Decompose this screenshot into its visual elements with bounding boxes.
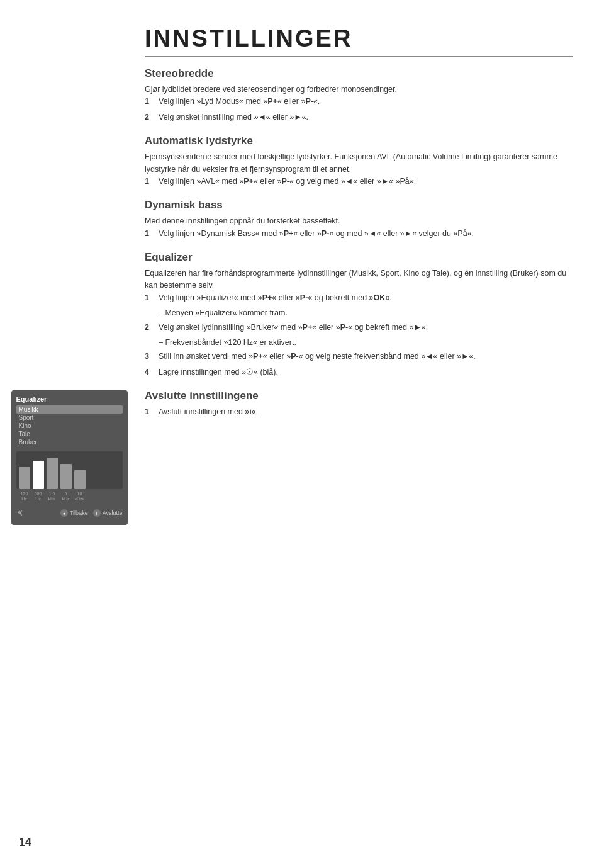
eq-menu-item-sport[interactable]: Sport xyxy=(16,414,123,422)
main-content: INNSTILLINGER Stereobredde Gjør lydbilde… xyxy=(138,0,604,868)
dynamisk-bass-intro: Med denne innstillingen oppnår du forste… xyxy=(145,215,573,227)
back-icon: ● xyxy=(60,509,68,517)
section-dynamisk-bass: Dynamisk bass Med denne innstillingen op… xyxy=(145,199,573,240)
eq-bar-2 xyxy=(33,461,44,489)
equalizer-widget: Equalizer Musikk Sport Kino Tale Bruker xyxy=(11,390,128,525)
equalizer-step-3: 3 Still inn ønsket verdi med »P+« eller … xyxy=(145,351,573,363)
left-sidebar: Equalizer Musikk Sport Kino Tale Bruker xyxy=(0,0,138,868)
section-automatisk-lydstyrke: Automatisk lydstyrke Fjernsynssenderne s… xyxy=(145,135,573,188)
equalizer-bars-area: 120Hz 500Hz 1.5kHz 5kHz 10kHz» xyxy=(16,451,123,501)
eq-nav-left-icon xyxy=(16,509,28,517)
automatisk-lydstyrke-heading: Automatisk lydstyrke xyxy=(145,135,573,147)
step-num: 2 xyxy=(145,111,154,123)
eq-bar-col-4 xyxy=(60,464,72,489)
step-num: 2 xyxy=(145,322,154,334)
equalizer-step-1-sub: – Menyen »Equalizer« kommer fram. xyxy=(145,307,573,319)
eq-exit-button[interactable]: i Avslutte xyxy=(93,509,123,517)
eq-freq-1: 120Hz xyxy=(19,492,30,501)
equalizer-menu-list: Musikk Sport Kino Tale Bruker xyxy=(16,405,123,446)
eq-menu-item-kino[interactable]: Kino xyxy=(16,422,123,430)
eq-bar-1 xyxy=(19,467,30,489)
equalizer-step-2-sub: – Frekvensbåndet »120 Hz« er aktivert. xyxy=(145,337,573,349)
back-label: Tilbake xyxy=(70,510,88,516)
dynamisk-bass-step-1: 1 Velg linjen »Dynamisk Bass« med »P+« e… xyxy=(145,228,573,240)
equalizer-widget-title: Equalizer xyxy=(16,395,123,403)
step-text: Velg ønsket innstilling med »◄« eller »►… xyxy=(159,111,573,123)
step-text: Still inn ønsket verdi med »P+« eller »P… xyxy=(159,351,573,363)
step-num: 1 xyxy=(145,406,154,418)
step-num: 1 xyxy=(145,292,154,304)
eq-bar-3 xyxy=(47,458,58,489)
eq-menu-item-tale[interactable]: Tale xyxy=(16,430,123,438)
step-text: Velg linjen »Dynamisk Bass« med »P+« ell… xyxy=(159,228,573,240)
eq-bar-col-3 xyxy=(47,458,58,489)
stereobredde-step-1: 1 Velg linjen »Lyd Modus« med »P+« eller… xyxy=(145,96,573,108)
eq-freq-labels: 120Hz 500Hz 1.5kHz 5kHz 10kHz» xyxy=(16,492,123,501)
step-num: 4 xyxy=(145,366,154,378)
equalizer-step-1: 1 Velg linjen »Equalizer« med »P+« eller… xyxy=(145,292,573,304)
step-text: Velg linjen »Lyd Modus« med »P+« eller »… xyxy=(159,96,573,108)
eq-bar-col-2 xyxy=(33,461,44,489)
step-num: 1 xyxy=(145,96,154,108)
equalizer-bars-row xyxy=(16,451,123,489)
eq-bar-5 xyxy=(74,470,86,489)
eq-freq-3: 1.5kHz xyxy=(47,492,58,501)
step-num: 1 xyxy=(145,176,154,188)
avslutte-step-1: 1 Avslutt innstillingen med »i«. xyxy=(145,406,573,418)
step-text: Velg ønsket lydinnstilling »Bruker« med … xyxy=(159,322,573,334)
equalizer-intro: Equalizeren har fire forhåndsprogrammert… xyxy=(145,268,573,292)
eq-bar-col-5 xyxy=(74,470,86,489)
automatisk-lydstyrke-intro: Fjernsynssenderne sender med forskjellig… xyxy=(145,151,573,176)
page-number: 14 xyxy=(19,836,31,849)
equalizer-nav: ● Tilbake i Avslutte xyxy=(16,506,123,520)
eq-freq-4: 5kHz xyxy=(60,492,72,501)
eq-menu-item-bruker[interactable]: Bruker xyxy=(16,438,123,446)
page-title: INNSTILLINGER xyxy=(145,25,573,57)
eq-bar-col-1 xyxy=(19,467,30,489)
equalizer-step-2: 2 Velg ønsket lydinnstilling »Bruker« me… xyxy=(145,322,573,334)
equalizer-heading: Equalizer xyxy=(145,251,573,264)
dynamisk-bass-heading: Dynamisk bass xyxy=(145,199,573,211)
info-icon: i xyxy=(93,509,101,517)
step-num: 3 xyxy=(145,351,154,363)
exit-label: Avslutte xyxy=(103,510,123,516)
section-equalizer: Equalizer Equalizeren har fire forhåndsp… xyxy=(145,251,573,378)
step-text: Lagre innstillingen med »☉« (blå). xyxy=(159,366,573,378)
step-num: 1 xyxy=(145,228,154,240)
page: Equalizer Musikk Sport Kino Tale Bruker xyxy=(0,0,604,868)
eq-bar-4 xyxy=(60,464,72,489)
eq-menu-item-musikk[interactable]: Musikk xyxy=(16,405,123,414)
automatisk-lydstyrke-step-1: 1 Velg linjen »AVL« med »P+« eller »P-« … xyxy=(145,176,573,188)
eq-freq-2: 500Hz xyxy=(33,492,44,501)
avslutte-heading: Avslutte innstillingene xyxy=(145,390,573,402)
eq-back-button[interactable]: ● Tilbake xyxy=(60,509,88,517)
step-text: Velg linjen »AVL« med »P+« eller »P-« og… xyxy=(159,176,573,188)
eq-nav-buttons: ● Tilbake i Avslutte xyxy=(60,509,123,517)
eq-freq-5: 10kHz» xyxy=(74,492,86,501)
step-text: Avslutt innstillingen med »i«. xyxy=(159,406,573,418)
step-text: Velg linjen »Equalizer« med »P+« eller »… xyxy=(159,292,573,304)
equalizer-step-4: 4 Lagre innstillingen med »☉« (blå). xyxy=(145,366,573,378)
stereobredde-heading: Stereobredde xyxy=(145,67,573,80)
stereobredde-step-2: 2 Velg ønsket innstilling med »◄« eller … xyxy=(145,111,573,123)
stereobredde-intro: Gjør lydbildet bredere ved stereosending… xyxy=(145,84,573,96)
section-stereobredde: Stereobredde Gjør lydbildet bredere ved … xyxy=(145,67,573,123)
section-avslutte: Avslutte innstillingene 1 Avslutt innsti… xyxy=(145,390,573,418)
